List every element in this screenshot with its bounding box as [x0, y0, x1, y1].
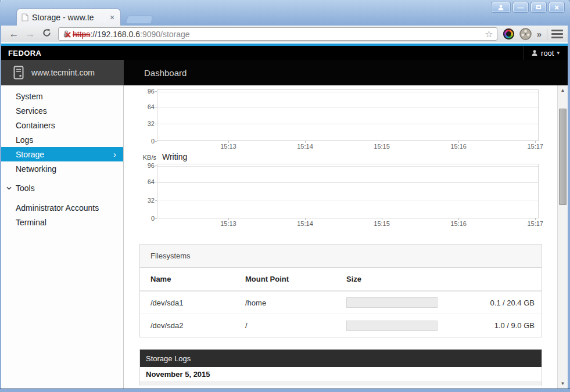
fs-mount-point: /home [245, 299, 346, 307]
column-header-name: Name [150, 275, 245, 283]
tools-label: Tools [16, 184, 35, 193]
video-extension-icon[interactable] [519, 28, 532, 40]
filesystems-panel: Filesystems Name Mount Point Size /dev/s… [139, 244, 542, 337]
address-bar[interactable]: https://192.168.0.6:9090/storage ☆ [58, 27, 497, 41]
log-row-partial [140, 382, 542, 386]
x-tick-label: 15:15 [374, 143, 390, 150]
window-titlebar: Storage - www.te × — × [0, 0, 570, 26]
usage-progress-bar [346, 297, 438, 308]
maximize-button[interactable] [531, 2, 546, 12]
page-favicon-icon [21, 13, 28, 21]
maximize-icon [536, 5, 541, 9]
person-icon [497, 4, 504, 11]
browser-menu-button[interactable] [551, 30, 563, 38]
sidebar-item-label: Networking [16, 164, 56, 174]
y-tick-label: 0 [151, 215, 155, 222]
main-content: 96 64 32 0 15:13 15:14 [124, 85, 557, 389]
sidebar-item-label: Logs [16, 135, 33, 145]
plot-area [157, 164, 539, 218]
sidebar-item-logs[interactable]: Logs [1, 132, 123, 147]
x-tick-label: 15:17 [527, 143, 543, 150]
reload-icon [42, 28, 51, 37]
url-scheme: https [73, 30, 90, 39]
writing-chart-xaxis: 15:13 15:14 15:15 15:16 15:17 [160, 218, 542, 228]
filesystems-panel-title: Filesystems [140, 244, 542, 268]
browser-tab[interactable]: Storage - www.te × [16, 8, 121, 26]
toolbar-separator [547, 28, 547, 40]
sidebar-item-services[interactable]: Services [1, 103, 123, 118]
y-tick-label: 96 [148, 162, 155, 169]
fs-name: /dev/sda1 [150, 299, 245, 307]
column-header-size: Size [346, 275, 535, 283]
x-tick-label: 15:14 [297, 220, 313, 227]
chevron-down-icon: ▾ [557, 50, 560, 56]
plot-area [157, 89, 539, 141]
sidebar-item-terminal[interactable]: Terminal [1, 215, 123, 229]
page-title: Dashboard [124, 60, 187, 85]
x-tick-label: 15:13 [220, 220, 236, 227]
log-date-heading: November 5, 2015 [140, 367, 542, 382]
chevron-down-icon [6, 186, 12, 190]
machine-selector[interactable]: www.tecmint.com [1, 60, 124, 85]
usage-progress-bar [346, 321, 438, 331]
tab-close-icon[interactable]: × [107, 13, 117, 22]
insecure-lock-icon[interactable] [62, 30, 71, 38]
user-menu[interactable]: root ▾ [524, 46, 568, 60]
x-tick-label: 15:17 [527, 220, 543, 227]
forward-button[interactable]: → [22, 28, 38, 40]
scroll-up-icon[interactable]: ▲ [561, 88, 565, 93]
writing-chart-title: Writing [162, 152, 187, 161]
bookmark-star-icon[interactable]: ☆ [485, 28, 493, 39]
x-tick-label: 15:16 [450, 220, 467, 227]
cockpit-navbar: www.tecmint.com Dashboard [1, 60, 568, 85]
sidebar-item-label: System [16, 92, 43, 101]
tab-title: Storage - www.te [32, 13, 106, 22]
table-row[interactable]: /dev/sda1 /home 0.1 / 20.4 GB [140, 292, 542, 314]
x-tick-label: 15:16 [450, 143, 467, 150]
extensions-overflow-button[interactable]: » [537, 29, 540, 39]
y-tick-label: 96 [148, 88, 155, 95]
scroll-down-icon[interactable]: ▼ [561, 381, 565, 386]
sidebar-item-containers[interactable]: Containers [1, 118, 123, 132]
brand-fedora: FEDORA [8, 49, 41, 57]
browser-toolbar: ← → https://192.168.0.6:9090/storage ☆ [1, 26, 568, 43]
sidebar-item-label: Containers [16, 121, 55, 130]
server-icon [13, 66, 24, 80]
vertical-scrollbar[interactable]: ▲ ▼ [557, 85, 568, 389]
y-tick-label: 32 [148, 120, 155, 127]
writing-chart-unit: KB/s [139, 154, 157, 161]
url-host: ://192.168.0.6 [90, 30, 140, 39]
y-tick-label: 0 [151, 138, 155, 145]
storage-logs-panel: Storage Logs November 5, 2015 [139, 349, 542, 386]
writing-chart: 96 64 32 0 [139, 164, 557, 218]
back-button[interactable]: ← [6, 28, 22, 40]
sidebar-item-administrator-accounts[interactable]: Administrator Accounts [1, 200, 123, 215]
reload-button[interactable] [38, 28, 55, 40]
minimize-button[interactable]: — [513, 2, 528, 12]
profile-button[interactable] [492, 2, 510, 12]
screenshot-extension-icon[interactable] [503, 28, 514, 39]
close-window-button[interactable]: × [549, 2, 564, 12]
fs-mount-point: / [245, 321, 346, 330]
user-icon [531, 49, 538, 56]
scrollbar-thumb[interactable] [559, 109, 567, 205]
chevron-right-icon: › [113, 149, 116, 159]
browser-window: Storage - www.te × — × ← → [0, 0, 570, 392]
table-row[interactable]: /dev/sda2 / 1.0 / 9.0 GB [140, 314, 542, 337]
filesystems-table-header: Name Mount Point Size [140, 268, 542, 292]
sidebar-item-system[interactable]: System [1, 89, 123, 103]
fs-usage-text: 1.0 / 9.0 GB [494, 321, 535, 330]
sidebar-item-label: Storage [16, 150, 44, 159]
sidebar-item-networking[interactable]: Networking [1, 161, 123, 176]
fs-usage-text: 0.1 / 20.4 GB [490, 299, 535, 307]
sidebar-tools-toggle[interactable]: Tools [1, 181, 123, 196]
sidebar: System Services Containers Logs Storage … [1, 85, 124, 389]
sidebar-item-storage[interactable]: Storage › [1, 147, 123, 161]
machine-name: www.tecmint.com [31, 68, 95, 77]
new-tab-button[interactable] [126, 15, 154, 24]
sidebar-item-label: Terminal [16, 218, 46, 227]
storage-logs-title: Storage Logs [140, 350, 542, 367]
x-tick-label: 15:14 [297, 143, 313, 150]
fs-name: /dev/sda2 [150, 321, 245, 330]
user-name: root [541, 49, 554, 57]
